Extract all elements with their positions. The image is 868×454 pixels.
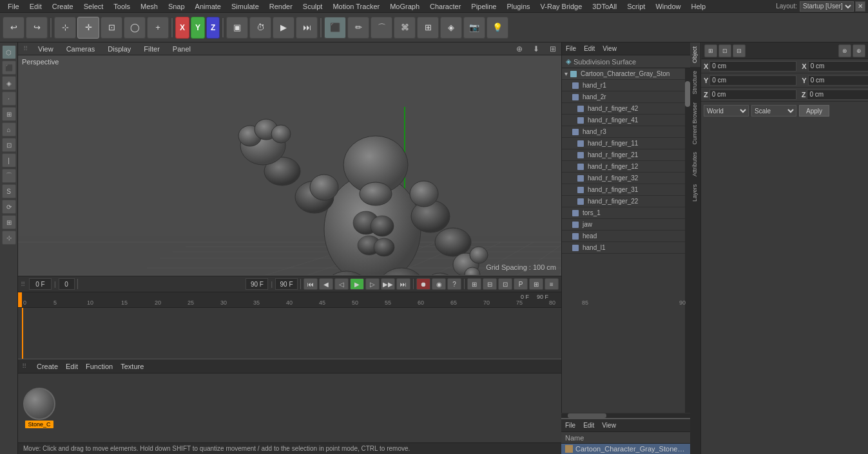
left-btn-12[interactable]: ⊹: [2, 231, 16, 245]
timeline-icon[interactable]: ⏱: [249, 17, 271, 39]
timeline-settings-button[interactable]: ≡: [545, 278, 559, 290]
keyframe-button[interactable]: ◉: [432, 278, 446, 290]
obj-root-item[interactable]: ▾ Cartoon_Character_Gray_Ston: [562, 68, 685, 80]
list-item-hand-r-finger-21[interactable]: hand_r_finger_21: [562, 149, 685, 161]
left-btn-5[interactable]: ⌂: [2, 122, 16, 137]
menu-tools[interactable]: Tools: [108, 1, 135, 12]
menu-mesh[interactable]: Mesh: [135, 1, 163, 12]
play-reverse-button[interactable]: ◁: [334, 278, 349, 290]
viewport[interactable]: X Y Z: [18, 55, 561, 275]
timeline-mode-button[interactable]: P: [514, 278, 528, 290]
redo-button[interactable]: ↪: [26, 17, 48, 39]
left-btn-point[interactable]: ·: [2, 91, 16, 106]
menu-sculpt[interactable]: Sculpt: [298, 1, 328, 12]
viewport-menu-panel[interactable]: Panel: [170, 45, 193, 53]
next-frame-button[interactable]: ▷: [365, 278, 380, 290]
mat-panel-view[interactable]: View: [602, 422, 616, 429]
menu-mograph[interactable]: MoGraph: [385, 1, 425, 12]
obj-list-scrollbar[interactable]: [685, 68, 690, 413]
menu-select[interactable]: Select: [79, 1, 109, 12]
spline-button[interactable]: ⌒: [371, 17, 392, 39]
x-axis-button[interactable]: X: [175, 17, 189, 39]
obj-hscroll-thumb[interactable]: [568, 413, 606, 418]
viewport-menu-cameras[interactable]: Cameras: [64, 45, 98, 53]
sync-button[interactable]: ⊟: [483, 278, 497, 290]
list-item-hand-r1[interactable]: hand_r1: [562, 80, 685, 91]
light-button[interactable]: 💡: [487, 17, 508, 39]
select-live-button[interactable]: ⊹: [54, 17, 76, 39]
loop-button[interactable]: ⊞: [467, 278, 481, 290]
mat-menu-function[interactable]: Function: [86, 363, 113, 370]
vtab-browser[interactable]: Current Browser: [690, 99, 700, 149]
mat-panel-file[interactable]: File: [565, 422, 575, 429]
left-btn-8[interactable]: ⌒: [2, 169, 16, 183]
menu-plugins[interactable]: Plugins: [501, 1, 535, 12]
fast-forward-button[interactable]: ▶▶: [381, 278, 395, 290]
coord-system-select[interactable]: World: [704, 105, 749, 117]
layout-close-icon[interactable]: ✕: [855, 1, 865, 12]
viewport-icon-1[interactable]: ⊕: [516, 44, 523, 53]
list-item-hand-r-finger-12[interactable]: hand_r_finger_12: [562, 161, 685, 173]
coord-z-rot[interactable]: [807, 90, 868, 100]
deform-button[interactable]: ⌘: [394, 17, 416, 39]
menu-3dtoall[interactable]: 3DToAll: [587, 1, 622, 12]
transform-mode-select[interactable]: Scale: [751, 105, 796, 117]
coord-icon-4[interactable]: ⊗: [838, 44, 851, 57]
list-item-head[interactable]: head: [562, 231, 685, 242]
left-btn-poly[interactable]: ⬛: [2, 61, 16, 75]
frame-end-field-2[interactable]: [275, 278, 298, 290]
left-btn-11[interactable]: ⊞: [2, 215, 16, 229]
frame-offset-field[interactable]: [59, 278, 75, 290]
coord-y-pos[interactable]: [709, 75, 796, 86]
camera-button[interactable]: 📷: [463, 17, 485, 39]
list-item-hand-r3[interactable]: hand_r3: [562, 126, 685, 138]
list-item-hand-r-finger-11[interactable]: hand_r_finger_11: [562, 138, 685, 149]
mat-menu-texture[interactable]: Texture: [121, 363, 144, 370]
viewport-icon-3[interactable]: ⊞: [550, 44, 556, 53]
list-item-hand-l1[interactable]: hand_l1: [562, 242, 685, 254]
left-btn-mode[interactable]: ⬡: [2, 45, 16, 59]
coord-icon-1[interactable]: ⊞: [704, 44, 717, 57]
render-region-button[interactable]: ▣: [226, 17, 248, 39]
undo-button[interactable]: ↩: [3, 17, 24, 39]
vtab-attributes[interactable]: Attributes: [690, 148, 700, 180]
scrollbar-track[interactable]: [685, 81, 690, 107]
menu-help[interactable]: Help: [686, 1, 711, 12]
coord-icon-3[interactable]: ⊟: [733, 44, 746, 57]
record-button[interactable]: ⏺: [416, 278, 430, 290]
list-item-hand-r-finger-32[interactable]: hand_r_finger_32: [562, 173, 685, 184]
goto-end-button[interactable]: ⏭: [396, 278, 410, 290]
list-item-tors[interactable]: tors_1: [562, 207, 685, 219]
z-axis-button[interactable]: Z: [206, 17, 220, 39]
obj-view-menu[interactable]: View: [603, 45, 617, 52]
coord-x-rot[interactable]: [808, 61, 868, 71]
play-button[interactable]: ▶: [350, 278, 364, 290]
left-btn-obj[interactable]: ⊞: [2, 107, 16, 121]
menu-file[interactable]: File: [3, 1, 24, 12]
menu-script[interactable]: Script: [622, 1, 650, 12]
menu-motion-tracker[interactable]: Motion Tracker: [327, 1, 385, 12]
coord-icon-2[interactable]: ⊡: [719, 44, 731, 57]
obj-edit-menu[interactable]: Edit: [584, 45, 595, 52]
left-btn-7[interactable]: |: [2, 153, 16, 167]
list-item-hand-r-finger-22[interactable]: hand_r_finger_22: [562, 196, 685, 207]
left-btn-9[interactable]: S: [2, 184, 16, 198]
menu-snap[interactable]: Snap: [163, 1, 190, 12]
frame-end-field-1[interactable]: [246, 278, 268, 290]
pen-button[interactable]: ✏: [347, 17, 369, 39]
menu-render[interactable]: Render: [264, 1, 298, 12]
obj-file-menu[interactable]: File: [566, 45, 576, 52]
apply-button[interactable]: Apply: [799, 105, 829, 117]
menu-create[interactable]: Create: [47, 1, 79, 12]
coord-x-pos[interactable]: [709, 61, 796, 71]
obj-hscrollbar[interactable]: [561, 413, 690, 418]
menu-window[interactable]: Window: [650, 1, 686, 12]
left-btn-edge[interactable]: ◈: [2, 76, 16, 90]
timeline-grid-button[interactable]: ⊞: [529, 278, 543, 290]
viewport-menu-display[interactable]: Display: [105, 45, 133, 53]
menu-edit[interactable]: Edit: [24, 1, 47, 12]
coord-icon-5[interactable]: ⊕: [853, 44, 865, 57]
rotate-button[interactable]: ◯: [124, 17, 146, 39]
autokey-button[interactable]: ?: [447, 278, 461, 290]
move-button[interactable]: ✛: [77, 17, 99, 39]
